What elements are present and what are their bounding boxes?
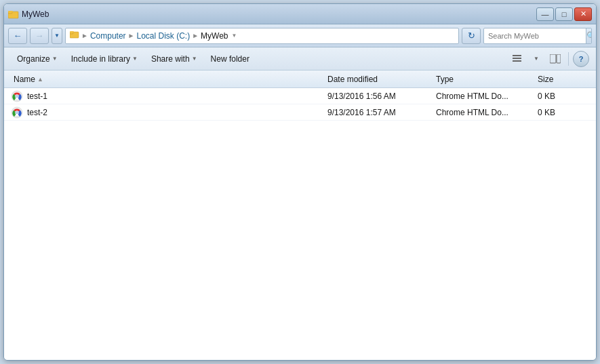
svg-rect-10 — [557, 54, 561, 63]
toolbar-separator — [568, 52, 569, 66]
breadcrumb-folder-icon — [70, 31, 79, 41]
breadcrumb-local-disk[interactable]: Local Disk (C:) — [137, 31, 191, 41]
view-dropdown-button[interactable]: ▼ — [527, 51, 545, 67]
close-button[interactable]: ✕ — [574, 7, 592, 21]
svg-rect-6 — [513, 55, 521, 56]
svg-point-16 — [16, 96, 18, 97]
file-name: test-1 — [27, 92, 47, 101]
include-library-label: Include in library — [71, 54, 130, 64]
search-box: 🔍 — [483, 28, 592, 44]
content-area: Name ▲ Date modified Type Size — [4, 70, 596, 360]
search-input[interactable] — [484, 32, 586, 40]
address-bar: ← → ▼ ► Computer ► Local Disk (C:) ► MyW… — [4, 24, 596, 47]
svg-rect-9 — [550, 54, 556, 63]
file-list: Name ▲ Date modified Type Size — [4, 70, 596, 360]
preview-pane-button[interactable] — [546, 51, 564, 67]
column-type[interactable]: Type — [433, 75, 535, 84]
file-name-cell: test-2 — [11, 106, 325, 119]
window-icon — [8, 9, 19, 20]
name-sort-icon: ▲ — [37, 76, 43, 83]
chrome-icon — [11, 90, 23, 102]
breadcrumb-bar: ► Computer ► Local Disk (C:) ► MyWeb ▼ — [65, 28, 459, 44]
breadcrumb-sep-1: ► — [81, 32, 88, 39]
table-row[interactable]: test-1 9/13/2016 1:56 AM Chrome HTML Do.… — [4, 88, 596, 104]
include-library-button[interactable]: Include in library ▼ — [65, 50, 144, 68]
title-bar: MyWeb — □ ✕ — [4, 4, 596, 24]
view-controls: ▼ ? — [508, 51, 589, 67]
file-type: Chrome HTML Do... — [433, 92, 535, 101]
column-name[interactable]: Name ▲ — [11, 75, 325, 84]
svg-rect-8 — [513, 60, 521, 62]
file-name-cell: test-1 — [11, 90, 325, 102]
title-bar-buttons: — □ ✕ — [536, 7, 592, 21]
file-size: 0 KB — [535, 108, 589, 117]
share-with-button[interactable]: Share with ▼ — [145, 50, 203, 68]
breadcrumb-computer[interactable]: Computer — [90, 31, 126, 41]
toolbar: Organize ▼ Include in library ▼ Share wi… — [4, 47, 596, 70]
maximize-button[interactable]: □ — [555, 7, 573, 21]
svg-rect-7 — [513, 58, 521, 59]
breadcrumb-current: MyWeb — [201, 31, 228, 41]
file-size: 0 KB — [535, 92, 589, 101]
window-title: MyWeb — [22, 9, 49, 19]
table-row[interactable]: test-2 9/13/2016 1:57 AM Chrome HTML Do.… — [4, 104, 596, 121]
new-folder-button[interactable]: New folder — [205, 50, 256, 68]
view-details-button[interactable] — [508, 51, 526, 67]
column-size[interactable]: Size — [535, 75, 589, 84]
nav-dropdown[interactable]: ▼ — [52, 28, 62, 44]
back-button[interactable]: ← — [8, 28, 27, 44]
organize-label: Organize — [17, 54, 50, 64]
new-folder-label: New folder — [211, 54, 249, 64]
share-with-label: Share with — [151, 54, 190, 64]
file-type: Chrome HTML Do... — [433, 108, 535, 117]
include-library-arrow-icon: ▼ — [132, 56, 138, 62]
help-button[interactable]: ? — [573, 51, 589, 67]
title-bar-left: MyWeb — [8, 9, 49, 20]
svg-rect-2 — [8, 11, 13, 12]
svg-rect-5 — [70, 31, 74, 33]
breadcrumb-dropdown[interactable]: ▼ — [232, 33, 237, 39]
organize-arrow-icon: ▼ — [52, 56, 58, 62]
breadcrumb-sep-3: ► — [192, 32, 199, 39]
refresh-button[interactable]: ↻ — [462, 28, 481, 44]
chrome-icon — [11, 106, 23, 119]
organize-button[interactable]: Organize ▼ — [11, 50, 64, 68]
breadcrumb-sep-2: ► — [128, 32, 135, 39]
minimize-button[interactable]: — — [536, 7, 554, 21]
search-button[interactable]: 🔍 — [586, 28, 592, 43]
share-with-arrow-icon: ▼ — [192, 56, 197, 62]
file-name: test-2 — [27, 108, 47, 117]
file-date: 9/13/2016 1:56 AM — [325, 92, 433, 101]
column-headers: Name ▲ Date modified Type Size — [4, 70, 596, 88]
svg-point-21 — [16, 112, 18, 113]
file-date: 9/13/2016 1:57 AM — [325, 108, 433, 117]
column-date-modified[interactable]: Date modified — [325, 75, 433, 84]
forward-button[interactable]: → — [30, 28, 49, 44]
explorer-window: MyWeb — □ ✕ ← → ▼ ► Computer ► Local D — [3, 3, 597, 361]
